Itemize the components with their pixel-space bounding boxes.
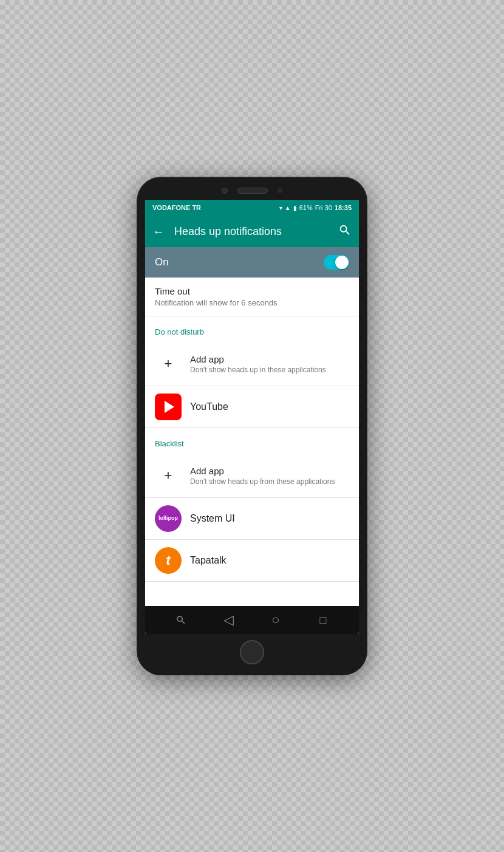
toggle-label: On [155, 256, 169, 268]
nav-home-button[interactable]: ○ [264, 608, 288, 632]
tapatalk-icon-text: t [166, 553, 170, 568]
toolbar-title: Heads up notifications [174, 225, 338, 238]
blacklist-add-app-subtitle: Don't show heads up from these applicati… [190, 477, 335, 486]
wifi-icon: ▾ [279, 205, 282, 211]
do-not-disturb-section-header: Do not disturb [145, 316, 359, 342]
blacklist-add-app-row[interactable]: + Add app Don't show heads up from these… [145, 454, 359, 498]
systemui-app-row[interactable]: lollipop System UI [145, 498, 359, 540]
tapatalk-app-name: Tapatalk [190, 555, 226, 566]
date-text: Fri 30 [315, 204, 332, 211]
lollipop-app-icon: lollipop [155, 505, 182, 532]
systemui-app-name: System UI [190, 513, 235, 524]
carrier-text: VODAFONE TR [152, 204, 201, 211]
phone-device: VODAFONE TR ▾ ▲ ▮ 61% Fri 30 18:35 ← Hea… [137, 177, 367, 675]
nav-search-button[interactable] [169, 608, 193, 632]
status-bar: VODAFONE TR ▾ ▲ ▮ 61% Fri 30 18:35 [145, 200, 359, 216]
dnd-add-app-title: Add app [190, 354, 326, 364]
youtube-app-row[interactable]: YouTube [145, 386, 359, 428]
time-text: 18:35 [335, 204, 352, 211]
phone-screen: VODAFONE TR ▾ ▲ ▮ 61% Fri 30 18:35 ← Hea… [145, 200, 359, 634]
timeout-title: Time out [155, 286, 349, 296]
phone-speaker [237, 188, 268, 194]
youtube-play-triangle [165, 401, 174, 413]
youtube-app-name: YouTube [190, 401, 228, 412]
phone-home-hardware-button [240, 640, 264, 664]
signal-icon: ▲ [285, 205, 291, 211]
tapatalk-app-row[interactable]: t Tapatalk [145, 540, 359, 582]
nav-back-button[interactable]: ◁ [216, 608, 240, 632]
phone-sensor [278, 188, 282, 193]
nav-recent-button[interactable]: □ [311, 608, 335, 632]
phone-top-hardware [145, 188, 359, 200]
blacklist-label: Blacklist [155, 439, 184, 448]
content-area: Time out Notification will show for 6 se… [145, 278, 359, 606]
blacklist-add-icon: + [155, 462, 182, 489]
timeout-subtitle: Notification will show for 6 seconds [155, 298, 349, 307]
blacklist-section-header: Blacklist [145, 428, 359, 454]
back-button[interactable]: ← [152, 225, 165, 239]
toolbar: ← Heads up notifications [145, 216, 359, 247]
tapatalk-app-icon: t [155, 547, 182, 574]
battery-icon: ▮ [293, 205, 297, 211]
search-icon[interactable] [338, 223, 352, 240]
do-not-disturb-label: Do not disturb [155, 327, 204, 336]
content-spacer [145, 582, 359, 606]
dnd-add-app-row[interactable]: + Add app Don't show heads up in these a… [145, 342, 359, 386]
toggle-row[interactable]: On [145, 247, 359, 278]
blacklist-add-app-text: Add app Don't show heads up from these a… [190, 466, 335, 486]
phone-camera [222, 188, 228, 194]
dnd-add-app-text: Add app Don't show heads up in these app… [190, 354, 326, 374]
toggle-switch[interactable] [324, 255, 349, 270]
youtube-app-icon [155, 394, 182, 420]
bottom-navigation: ◁ ○ □ [145, 606, 359, 634]
toggle-thumb [335, 256, 349, 269]
dnd-add-app-subtitle: Don't show heads up in these application… [190, 366, 326, 374]
blacklist-add-app-title: Add app [190, 466, 335, 476]
lollipop-icon-text: lollipop [158, 516, 178, 522]
battery-percent: 61% [299, 204, 313, 211]
dnd-add-icon: + [155, 350, 182, 377]
timeout-setting-row[interactable]: Time out Notification will show for 6 se… [145, 278, 359, 316]
phone-bottom-hardware [145, 634, 359, 664]
status-right-section: ▾ ▲ ▮ 61% Fri 30 18:35 [279, 204, 352, 211]
